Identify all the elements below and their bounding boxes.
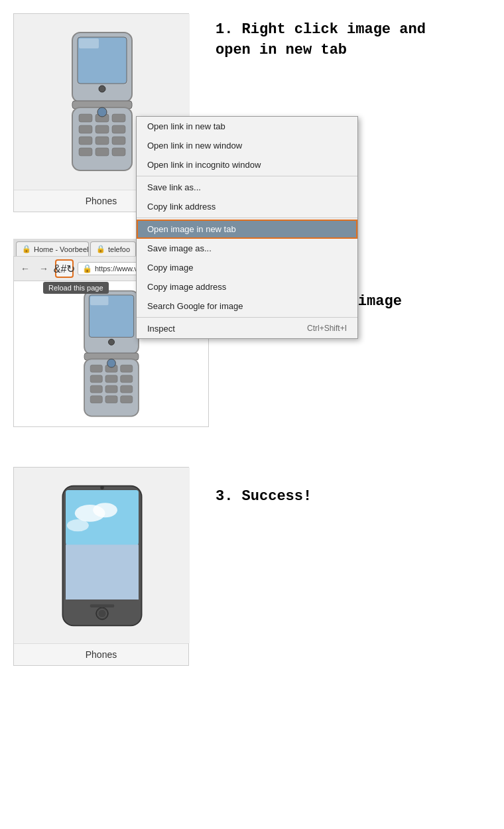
svg-rect-32: [105, 385, 117, 393]
image-label-3: Phones: [14, 643, 188, 665]
phone-image-area-3: [14, 468, 190, 643]
menu-item-open-incognito[interactable]: Open link in incognito window: [137, 155, 357, 174]
svg-rect-25: [90, 365, 102, 372]
menu-divider-1: [137, 176, 357, 176]
svg-rect-41: [66, 544, 139, 600]
svg-point-22: [108, 339, 114, 345]
svg-rect-28: [90, 375, 102, 382]
menu-item-copy-image[interactable]: Copy image: [137, 258, 357, 277]
svg-rect-31: [90, 385, 102, 393]
svg-point-48: [100, 485, 104, 489]
svg-point-43: [93, 503, 117, 517]
menu-item-open-new-tab[interactable]: Open link in new tab: [137, 117, 357, 136]
lock-icon: 🔒: [82, 264, 92, 273]
section-1: Phones Open link in new tab Open link in…: [13, 13, 491, 212]
tab-telefoo-label: telefoo: [108, 245, 130, 253]
tab-home-emoji: 🔒: [22, 245, 31, 253]
svg-rect-29: [105, 375, 117, 382]
tab-telefoo[interactable]: 🔒 telefoo: [90, 241, 136, 256]
tab-home-label: Home - Voorbeeld w...: [34, 245, 89, 253]
menu-divider-2: [137, 218, 357, 218]
svg-rect-14: [112, 137, 125, 145]
menu-item-save-image-as[interactable]: Save image as...: [137, 239, 357, 258]
svg-point-3: [99, 86, 105, 92]
svg-point-18: [97, 107, 107, 117]
step-3-title: 3. Success!: [216, 487, 312, 507]
flip-phone-svg: [59, 29, 145, 175]
tab-telefoo-emoji: 🔒: [96, 245, 105, 253]
svg-rect-11: [112, 125, 125, 133]
reload-button[interactable]: &#↻ Reload this page: [55, 259, 74, 278]
svg-rect-6: [79, 114, 92, 122]
menu-item-save-link-as[interactable]: Save link as...: [137, 178, 357, 197]
image-card-3: Phones: [13, 467, 189, 666]
svg-rect-13: [95, 137, 109, 145]
svg-rect-2: [79, 38, 99, 48]
svg-rect-27: [120, 365, 132, 372]
svg-rect-35: [105, 395, 117, 403]
svg-rect-16: [95, 148, 109, 156]
svg-point-37: [107, 359, 115, 367]
menu-item-copy-image-address[interactable]: Copy image address: [137, 277, 357, 296]
inspect-shortcut: Ctrl+Shift+I: [307, 324, 347, 334]
svg-rect-9: [79, 125, 92, 133]
back-button[interactable]: ←: [18, 261, 32, 276]
svg-rect-12: [79, 137, 92, 145]
svg-rect-47: [90, 604, 114, 607]
step-1-title: 1. Right click image and open in new tab: [216, 20, 448, 61]
menu-item-copy-link-address[interactable]: Copy link address: [137, 197, 357, 216]
svg-rect-30: [120, 375, 132, 382]
svg-point-44: [66, 519, 88, 531]
svg-rect-34: [90, 395, 102, 403]
svg-rect-15: [79, 148, 92, 156]
svg-rect-10: [95, 125, 109, 133]
tab-home[interactable]: 🔒 Home - Voorbeeld w... ✕: [16, 241, 89, 256]
smartphone-svg: [52, 483, 152, 629]
forward-button[interactable]: →: [36, 261, 51, 276]
menu-item-open-new-window[interactable]: Open link in new window: [137, 136, 357, 155]
svg-rect-36: [120, 395, 132, 403]
context-menu-box: Open link in new tab Open link in new wi…: [136, 116, 358, 339]
svg-rect-33: [120, 385, 132, 393]
svg-rect-8: [112, 114, 125, 122]
svg-rect-21: [90, 296, 108, 305]
section-3: Phones 3. Success!: [13, 467, 491, 666]
menu-divider-3: [137, 317, 357, 318]
menu-item-open-image-new-tab[interactable]: Open image in new tab: [137, 220, 357, 239]
menu-item-search-google[interactable]: Search Google for image: [137, 296, 357, 316]
inspect-label: Inspect: [147, 324, 175, 334]
svg-rect-17: [112, 148, 125, 156]
context-menu: Open link in new tab Open link in new wi…: [136, 116, 358, 339]
reload-tooltip: Reload this page: [43, 282, 109, 294]
menu-item-inspect[interactable]: Inspect Ctrl+Shift+I: [137, 319, 357, 338]
